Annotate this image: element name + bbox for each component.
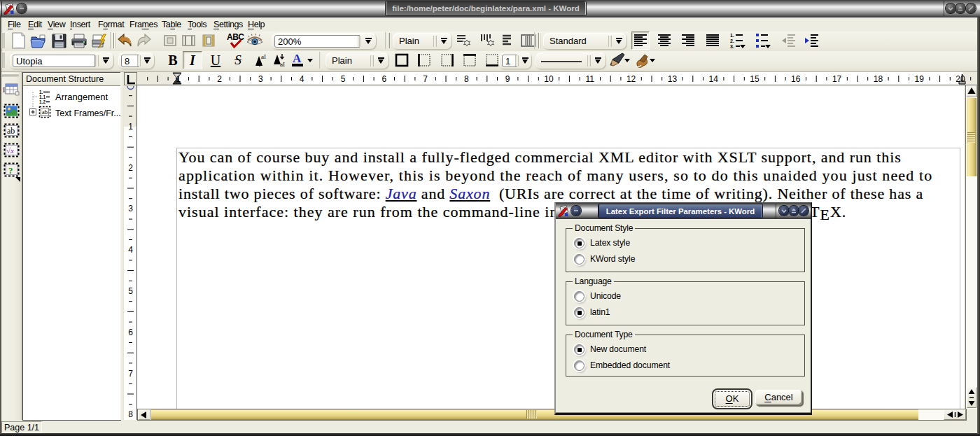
svg-text:1: 1: [128, 122, 133, 132]
svg-text:1.: 1.: [39, 90, 43, 94]
svg-text:13: 13: [668, 74, 678, 84]
svg-text:6: 6: [382, 74, 386, 84]
svg-text:7: 7: [128, 369, 133, 379]
svg-text:2.: 2.: [730, 38, 734, 43]
svg-text:7: 7: [423, 74, 428, 84]
svg-text:2: 2: [128, 163, 133, 173]
svg-text:10: 10: [544, 74, 554, 84]
svg-text:3: 3: [258, 74, 263, 84]
svg-text:1: 1: [176, 74, 181, 84]
svg-text:5: 5: [341, 74, 346, 84]
svg-text:I: I: [3, 86, 5, 94]
svg-text:1.2: 1.2: [39, 99, 46, 104]
svg-text:aI: aI: [280, 61, 285, 68]
svg-text:20: 20: [955, 74, 965, 84]
svg-text:ab: ab: [42, 108, 48, 115]
svg-text:4: 4: [128, 245, 133, 255]
svg-text:17: 17: [832, 74, 842, 84]
svg-text:3.: 3.: [730, 44, 734, 49]
svg-text:8: 8: [464, 74, 469, 84]
svg-text:12: 12: [626, 74, 636, 84]
svg-text:5: 5: [128, 286, 133, 296]
svg-text:19: 19: [915, 74, 925, 84]
svg-text:1.: 1.: [730, 33, 734, 38]
svg-text:4: 4: [300, 74, 304, 84]
svg-text:18: 18: [874, 74, 883, 84]
svg-text:aI: aI: [261, 53, 266, 60]
svg-text:8: 8: [128, 409, 133, 419]
svg-text:A: A: [293, 52, 302, 65]
svg-text:2: 2: [217, 74, 222, 84]
svg-text:11: 11: [586, 74, 595, 84]
svg-text:15: 15: [750, 74, 760, 84]
svg-text:3: 3: [128, 204, 133, 213]
svg-text:9: 9: [505, 74, 510, 84]
svg-text:1.1: 1.1: [39, 94, 46, 99]
svg-text:14: 14: [709, 74, 719, 84]
svg-text:16: 16: [791, 74, 801, 84]
svg-text:?: ?: [8, 165, 13, 176]
svg-text:√x: √x: [6, 146, 14, 155]
svg-text:ab: ab: [7, 126, 15, 136]
svg-text:6: 6: [128, 328, 133, 337]
